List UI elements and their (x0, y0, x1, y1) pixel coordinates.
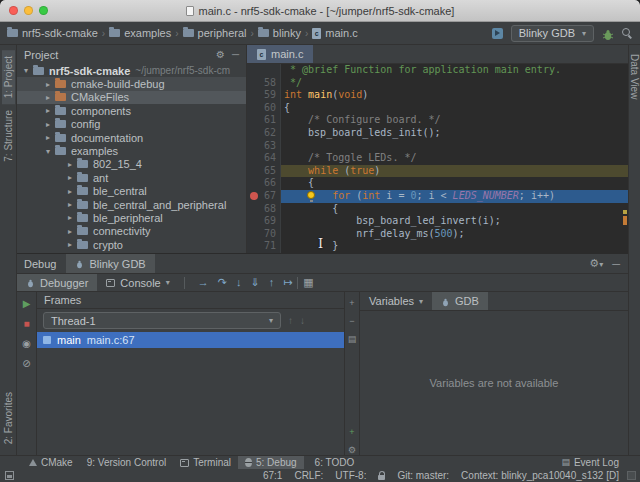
project-tree-item-documentation[interactable]: ▸documentation (17, 131, 246, 144)
tab-gdb[interactable]: GDB (432, 292, 488, 310)
step-out-icon[interactable]: ↑ (269, 277, 275, 288)
code-line[interactable]: 66 { (247, 177, 628, 190)
code-line[interactable]: 60{ (247, 102, 628, 115)
tool-stripe-button-2-favorites[interactable]: 2: Favorites (2, 386, 15, 450)
tool-window-button-5-debug[interactable]: 5: Debug (238, 456, 304, 469)
gear-icon[interactable]: ⚙ (348, 446, 356, 455)
project-tree-item-cmake-build-debug[interactable]: ▸cmake-build-debug (17, 77, 246, 90)
breakpoint-icon[interactable] (250, 192, 258, 200)
status-item[interactable]: Git: master: (397, 470, 449, 481)
code-line[interactable]: 69 bsp_board_led_invert(i); (247, 215, 628, 228)
tree-expand-icon[interactable]: ▸ (43, 80, 53, 89)
zoom-window-button[interactable] (39, 6, 48, 15)
tab-debugger[interactable]: Debugger (17, 274, 97, 291)
tree-expand-icon[interactable]: ▸ (65, 200, 75, 209)
tree-expand-icon[interactable]: ▸ (43, 120, 53, 129)
breadcrumb-item-main-c[interactable]: main.c (312, 27, 357, 39)
tool-stripe-button-7-structure[interactable]: 7: Structure (2, 104, 15, 168)
debug-button[interactable] (602, 27, 614, 39)
code-line[interactable]: 62 bsp_board_leds_init(); (247, 127, 628, 140)
scrollbar-stripe-mark[interactable] (623, 216, 627, 225)
tool-stripe-button-1-project[interactable]: 1: Project (2, 50, 15, 104)
mute-breakpoints-button[interactable]: ⊘ (22, 359, 30, 369)
tree-collapse-icon[interactable]: ▾ (21, 66, 31, 75)
toggle-tool-buttons-icon[interactable] (5, 471, 14, 480)
next-frame-icon[interactable]: ↓ (300, 315, 305, 326)
hide-debug-panel-icon[interactable]: ─ (612, 258, 620, 270)
titlebar[interactable]: main.c - nrf5-sdk-cmake - [~/jumper/nrf5… (0, 0, 640, 22)
tree-expand-icon[interactable]: ▸ (65, 240, 75, 249)
tree-expand-icon[interactable]: ▸ (65, 213, 75, 222)
project-tree-item-crypto[interactable]: ▸crypto (17, 238, 246, 251)
status-item[interactable]: 67:1 (263, 470, 282, 481)
tree-expand-icon[interactable]: ▸ (43, 93, 53, 102)
code-line[interactable]: * @brief Function for application main e… (247, 64, 628, 77)
intention-bulb-icon[interactable] (307, 191, 315, 199)
code-line[interactable]: 63 (247, 140, 628, 153)
tool-window-button-6-todo[interactable]: 6: TODO (304, 456, 362, 469)
project-tree-item-ble-central-and-peripheral[interactable]: ▸ble_central_and_peripheral (17, 198, 246, 211)
settings-gear-icon[interactable]: ⚙ (216, 49, 225, 60)
code-line[interactable]: 61 /* Configure board. */ (247, 114, 628, 127)
plus-green-icon[interactable]: + (349, 428, 354, 437)
project-tree-item-ant[interactable]: ▸ant (17, 171, 246, 184)
project-tree-item-ble-peripheral[interactable]: ▸ble_peripheral (17, 211, 246, 224)
tool-window-button-9-version-control[interactable]: 9: Version Control (80, 456, 174, 469)
minus-icon[interactable]: − (349, 317, 354, 326)
project-tree-item-config[interactable]: ▸config (17, 118, 246, 131)
resume-button[interactable]: ▶ (23, 299, 31, 309)
tool-window-button-cmake[interactable]: CMake (22, 456, 80, 469)
tab-console[interactable]: Console ▾ (97, 274, 178, 291)
previous-frame-icon[interactable]: ↑ (288, 315, 293, 326)
tree-collapse-icon[interactable]: ▾ (43, 147, 53, 156)
debug-settings-gear-icon[interactable]: ⚙▾ (589, 257, 603, 270)
tree-expand-icon[interactable]: ▸ (65, 227, 75, 236)
restore-layout-icon[interactable]: ▦ (303, 276, 313, 289)
code-line[interactable]: 70 nrf_delay_ms(500); (247, 228, 628, 241)
code-line[interactable]: 64 /* Toggle LEDs. */ (247, 152, 628, 165)
code-line[interactable]: 71 } (247, 240, 628, 253)
force-step-into-icon[interactable]: ⇓ (250, 277, 259, 288)
project-tree-item-ble-central[interactable]: ▸ble_central (17, 185, 246, 198)
step-over-icon[interactable]: ↷ (218, 277, 227, 288)
lock-icon[interactable] (378, 475, 385, 480)
editor-tab-main-c[interactable]: main.c (247, 45, 313, 63)
tree-expand-icon[interactable]: ▸ (65, 187, 75, 196)
project-tree-item-examples[interactable]: ▾examples (17, 144, 246, 157)
code-line[interactable]: 68 { (247, 203, 628, 216)
view-breakpoints-button[interactable]: ◉ (22, 339, 31, 349)
breadcrumb-item-nrf5-sdk-cmake[interactable]: nrf5-sdk-cmake (7, 27, 98, 39)
minimize-window-button[interactable] (24, 6, 33, 15)
breadcrumb-item-examples[interactable]: examples (109, 27, 171, 39)
tree-expand-icon[interactable]: ▸ (43, 106, 53, 115)
project-tree-item-cmakefiles[interactable]: ▸CMakeFiles (17, 91, 246, 104)
breadcrumb-item-blinky[interactable]: blinky (258, 27, 301, 39)
status-item[interactable]: Context: blinky_pca10040_s132 [D] (461, 470, 619, 481)
tool-stripe-button-data-view[interactable]: Data View (629, 50, 640, 103)
stop-button[interactable]: ■ (23, 319, 29, 329)
breadcrumb-item-peripheral[interactable]: peripheral (183, 27, 247, 39)
code-line[interactable]: 67 for (int i = 0; i < LEDS_NUMBER; i++) (247, 190, 628, 203)
tree-expand-icon[interactable]: ▸ (43, 133, 53, 142)
run-configuration-select[interactable]: Blinky GDB ▾ (511, 25, 594, 42)
plus-icon[interactable]: + (349, 299, 354, 308)
code-line[interactable]: 58 */ (247, 77, 628, 90)
debug-session-tab[interactable]: Blinky GDB (66, 254, 154, 273)
tree-expand-icon[interactable]: ▸ (65, 160, 75, 169)
list-icon[interactable]: ▤ (348, 335, 357, 344)
code-editor[interactable]: * @brief Function for application main e… (247, 64, 628, 253)
warning-stripe-mark[interactable] (623, 210, 627, 214)
run-to-cursor-icon[interactable]: ↦ (283, 277, 292, 288)
stack-frame-item[interactable]: mainmain.c:67 (37, 332, 344, 348)
project-tree-item-nrf5-sdk-cmake[interactable]: ▾nrf5-sdk-cmake~/jumper/nrf5-sdk-cm (17, 64, 246, 77)
tab-variables[interactable]: Variables ▾ (360, 292, 432, 310)
step-into-icon[interactable]: ↓ (236, 277, 242, 288)
tree-expand-icon[interactable]: ▸ (65, 173, 75, 182)
memory-indicator[interactable] (627, 471, 636, 480)
project-tree-item-802-15-4[interactable]: ▸802_15_4 (17, 158, 246, 171)
status-item[interactable]: CRLF: (294, 470, 323, 481)
close-window-button[interactable] (9, 6, 18, 15)
tool-window-button-event-log[interactable]: ▤Event Log (554, 457, 626, 468)
code-line[interactable]: 59int main(void) (247, 89, 628, 102)
project-tree-item-components[interactable]: ▸components (17, 104, 246, 117)
